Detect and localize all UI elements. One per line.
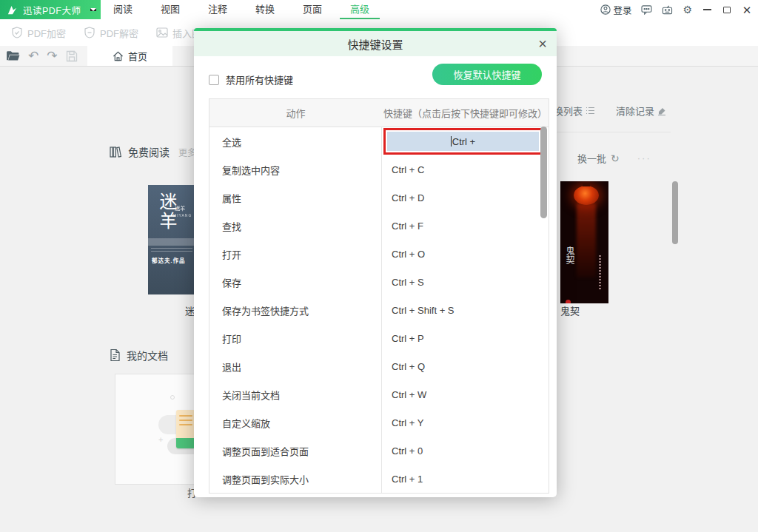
my-documents-title: 我的文档: [127, 348, 168, 363]
book-cover-guiqi[interactable]: 鬼契: [560, 181, 608, 303]
active-menu-underline: [340, 18, 380, 19]
pdf-decrypt-button[interactable]: PDF解密: [84, 26, 138, 40]
clear-history-button[interactable]: 清除记录: [616, 104, 666, 118]
login-label: 登录: [613, 3, 631, 17]
menu-advanced[interactable]: 高级: [336, 0, 383, 19]
cover-line: [151, 248, 192, 249]
action-label: 调整页面到实际大小: [209, 465, 382, 493]
tab-home-label: 首页: [128, 49, 147, 63]
shield-minus-icon: [84, 27, 95, 38]
action-label: 退出: [209, 352, 382, 380]
shortcut-cell[interactable]: Ctrl + S: [382, 268, 549, 296]
shortcut-cell[interactable]: Ctrl + Q: [382, 352, 549, 380]
chevron-down-icon[interactable]: [90, 8, 96, 11]
clear-history-label: 清除记录: [616, 104, 654, 118]
home-icon: [113, 51, 124, 61]
cover-title-vertical: 鬼契: [563, 246, 576, 264]
pdf-encrypt-label: PDF加密: [27, 26, 66, 40]
minimize-button[interactable]: [702, 0, 712, 19]
list-tools: 换列表 清除记录: [554, 104, 666, 118]
dialog-scrollbar[interactable]: [540, 127, 547, 218]
shortcut-cell[interactable]: Ctrl + Y: [382, 408, 549, 437]
shortcut-row: 复制选中内容Ctrl + C: [209, 155, 549, 183]
disable-all-label: 禁用所有快捷键: [226, 73, 293, 87]
switch-list-button[interactable]: 换列表: [554, 104, 595, 118]
app-logo[interactable]: 迅读PDF大师: [0, 0, 101, 19]
title-bar: 迅读PDF大师 阅读 视图 注释 转换 页面 高级 登录: [0, 0, 758, 19]
lantern: [574, 186, 599, 205]
titlebar-controls: 登录 ⚙ ✕: [600, 0, 752, 19]
gear-icon[interactable]: ⚙: [682, 4, 692, 15]
cover-band: [148, 238, 195, 246]
action-label: 查找: [209, 212, 382, 240]
table-header: 动作 快捷键（点击后按下快捷键即可修改）: [209, 99, 549, 127]
menu-view[interactable]: 视图: [147, 0, 194, 19]
close-window-button[interactable]: ✕: [742, 0, 752, 19]
action-label: 复制选中内容: [209, 155, 382, 183]
divider: [555, 132, 671, 132]
image-icon: [156, 27, 168, 38]
cover-title-vertical: 迷羊: [154, 192, 180, 231]
open-folder-icon[interactable]: [6, 50, 20, 61]
menu-bar: 阅读 视图 注释 转换 页面 高级: [99, 0, 383, 19]
my-documents-header: 我的文档: [109, 348, 168, 363]
cover-line: [151, 251, 192, 252]
shortcut-table: 动作 快捷键（点击后按下快捷键即可修改） 全选Ctrl +复制选中内容Ctrl …: [209, 98, 549, 494]
lantern-glow: [577, 203, 596, 277]
books-icon: [109, 145, 122, 158]
login-button[interactable]: 登录: [600, 3, 631, 17]
action-label: 全选: [209, 127, 382, 155]
empty-state-doc-icon: [176, 410, 195, 448]
shortcut-edit-field[interactable]: Ctrl +: [383, 128, 543, 155]
text-cursor: [451, 136, 452, 147]
shortcut-value: Ctrl +: [452, 136, 475, 147]
action-label: 打开: [209, 240, 382, 268]
menu-read[interactable]: 阅读: [99, 0, 147, 19]
user-icon: [600, 4, 611, 15]
pdf-encrypt-button[interactable]: PDF加密: [11, 26, 66, 40]
feedback-icon[interactable]: [641, 5, 652, 15]
tab-home[interactable]: 首页: [87, 46, 172, 66]
restore-defaults-button[interactable]: 恢复默认快捷键: [432, 64, 542, 85]
shortcut-cell[interactable]: Ctrl + 1: [382, 465, 549, 493]
list-icon: [586, 107, 595, 115]
refresh-batch-button[interactable]: 换一批 ↻ ···: [577, 151, 651, 165]
book-title[interactable]: 鬼契: [560, 303, 580, 317]
action-label: 自定义缩放: [209, 408, 382, 437]
cover-author: 郁达夫.作品: [152, 256, 186, 264]
decor-plus: +: [158, 435, 163, 444]
switch-list-label: 换列表: [554, 104, 583, 118]
shortcut-row: 属性Ctrl + D: [209, 183, 549, 212]
shortcut-cell[interactable]: Ctrl + F: [382, 212, 549, 240]
quick-access-icons: ↶ ↷: [6, 46, 78, 66]
action-label: 打印: [209, 324, 382, 352]
assistant-icon[interactable]: [662, 5, 673, 15]
shield-check-icon: [11, 27, 23, 38]
action-label: 保存为书签快捷方式: [209, 296, 382, 324]
menu-page[interactable]: 页面: [289, 0, 336, 19]
menu-annotate[interactable]: 注释: [194, 0, 241, 19]
shortcut-cell[interactable]: Ctrl + W: [382, 380, 549, 408]
save-icon[interactable]: [66, 50, 78, 62]
action-label: 调整页面到适合页面: [209, 437, 382, 465]
book-cover-miyang[interactable]: 迷羊 -迷羊 MIYANG 郁达夫.作品: [148, 185, 195, 294]
shortcut-cell[interactable]: Ctrl + P: [382, 324, 549, 352]
shortcut-cell[interactable]: Ctrl +: [382, 127, 549, 155]
shortcut-cell[interactable]: Ctrl + Shift + S: [382, 296, 549, 324]
shortcut-cell[interactable]: Ctrl + D: [382, 183, 549, 212]
shortcut-cell[interactable]: Ctrl + C: [382, 155, 549, 183]
app-title: 迅读PDF大师: [23, 3, 81, 17]
undo-icon[interactable]: ↶: [28, 50, 38, 62]
close-dialog-icon[interactable]: ×: [538, 35, 547, 53]
shortcut-column-header: 快捷键（点击后按下快捷键即可修改）: [382, 106, 549, 120]
shortcut-cell[interactable]: Ctrl + 0: [382, 437, 549, 465]
disable-all-checkbox[interactable]: [209, 75, 219, 85]
menu-convert[interactable]: 转换: [241, 0, 289, 19]
redo-icon[interactable]: ↷: [47, 50, 57, 62]
shortcut-cell[interactable]: Ctrl + O: [382, 240, 549, 268]
main-scrollbar[interactable]: [672, 181, 678, 244]
maximize-button[interactable]: [722, 0, 732, 19]
more-options-dots[interactable]: ···: [637, 152, 651, 164]
shortcut-row: 全选Ctrl +: [209, 127, 549, 155]
document-card[interactable]: +: [115, 374, 198, 485]
